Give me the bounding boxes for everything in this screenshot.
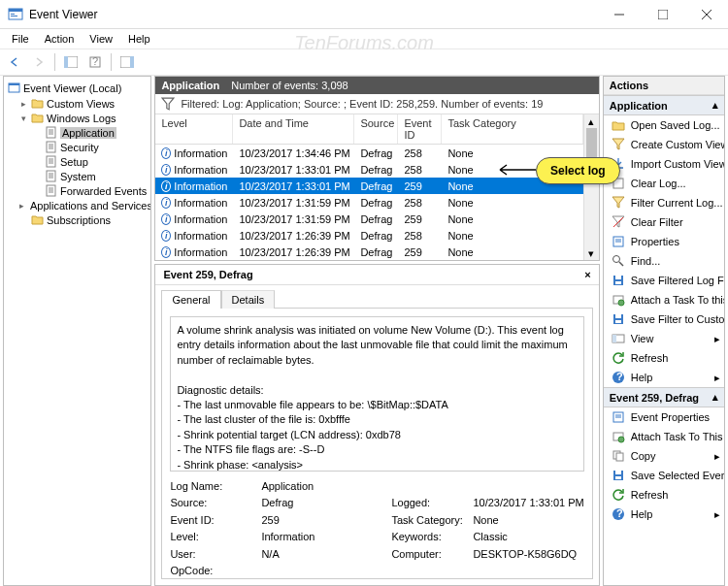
tree-item[interactable]: ▾Windows Logs: [17, 111, 150, 125]
event-count: Number of events: 3,098: [231, 80, 347, 91]
copy-icon: [612, 449, 625, 463]
tab-general[interactable]: General: [161, 290, 220, 309]
menu-help[interactable]: Help: [120, 31, 158, 47]
expand-icon[interactable]: [19, 215, 28, 224]
funnel-icon: [612, 196, 625, 210]
back-button[interactable]: [4, 51, 25, 73]
svg-rect-52: [612, 335, 616, 342]
action-item[interactable]: ?Help▸: [604, 368, 724, 387]
info-icon: i: [161, 230, 171, 242]
table-row[interactable]: iInformation10/23/2017 1:26:39 PMDefrag2…: [155, 244, 582, 260]
refresh-button[interactable]: ?: [84, 51, 106, 73]
message-box[interactable]: A volume shrink analysis was initiated o…: [170, 316, 583, 472]
help-button[interactable]: [116, 51, 138, 73]
collapse-icon[interactable]: ▾: [19, 114, 28, 122]
table-row[interactable]: iInformation10/23/2017 1:34:46 PMDefrag2…: [155, 145, 582, 161]
action-item[interactable]: Refresh: [604, 348, 724, 368]
action-item[interactable]: Attach a Task To this Log...: [604, 290, 724, 309]
tree-item[interactable]: Setup: [31, 154, 150, 169]
actions-panel: Actions Application▴ Open Saved Log...Cr…: [603, 76, 725, 586]
svg-rect-2: [11, 14, 15, 15]
window-title: Event Viewer: [29, 8, 597, 21]
svg-rect-64: [615, 476, 621, 479]
filter-row: Filtered: Log: Application; Source: ; Ev…: [155, 94, 598, 114]
tab-content: A volume shrink analysis was initiated o…: [161, 308, 592, 579]
action-item[interactable]: View▸: [604, 329, 724, 348]
tree-panel: Event Viewer (Local) ▸Custom Views▾Windo…: [3, 76, 151, 586]
action-item[interactable]: Event Properties: [604, 407, 724, 427]
action-item[interactable]: Save Filtered Log File As...: [604, 271, 724, 290]
event-detail-panel: Event 259, Defrag × General Details A vo…: [154, 264, 599, 586]
find-icon: [612, 254, 625, 268]
action-item[interactable]: Clear Filter: [604, 212, 724, 232]
props-icon: [612, 235, 625, 248]
action-item[interactable]: Save Selected Events...: [604, 466, 724, 485]
chevron-right-icon: ▸: [714, 450, 720, 463]
event-grid[interactable]: Level Date and Time Source Event ID Task…: [155, 114, 582, 260]
tree-root[interactable]: Event Viewer (Local): [4, 80, 150, 96]
close-button[interactable]: [684, 0, 728, 29]
chevron-right-icon: ▸: [714, 372, 720, 384]
table-row[interactable]: iInformation10/23/2017 1:33:01 PMDefrag2…: [155, 178, 582, 194]
grid-header[interactable]: Level Date and Time Source Event ID Task…: [155, 114, 582, 145]
refresh-icon: [612, 488, 625, 502]
menu-view[interactable]: View: [82, 31, 120, 47]
svg-rect-13: [130, 56, 134, 68]
tree-item[interactable]: Application: [31, 125, 150, 140]
svg-rect-61: [616, 453, 623, 461]
expand-icon[interactable]: ▸: [19, 201, 24, 210]
save-icon: [612, 274, 625, 287]
info-icon: i: [161, 213, 171, 225]
svg-text:?: ?: [616, 507, 623, 519]
action-item[interactable]: Save Filter to Custom Vie...: [604, 309, 724, 329]
collapse-icon: ▴: [712, 99, 718, 112]
action-item[interactable]: Attach Task To This Event...: [604, 427, 724, 446]
clearf-icon: [612, 215, 625, 229]
table-row[interactable]: iInformation10/23/2017 1:31:59 PMDefrag2…: [155, 211, 582, 227]
actions-section-event[interactable]: Event 259, Defrag▴: [604, 387, 724, 407]
vscrollbar[interactable]: ▴ ▾: [583, 114, 599, 260]
info-icon: i: [161, 197, 171, 209]
svg-rect-5: [658, 10, 668, 19]
action-item[interactable]: Clear Log...: [604, 174, 724, 193]
action-item[interactable]: Copy▸: [604, 446, 724, 466]
svg-rect-49: [615, 314, 621, 318]
action-item[interactable]: Refresh: [604, 485, 724, 505]
svg-rect-9: [64, 56, 68, 68]
action-item[interactable]: Filter Current Log...: [604, 193, 724, 212]
action-item[interactable]: Find...: [604, 251, 724, 271]
table-row[interactable]: iInformation10/23/2017 1:26:39 PMDefrag2…: [155, 227, 582, 244]
tree-item[interactable]: Subscriptions: [17, 212, 150, 227]
menu-file[interactable]: File: [4, 31, 37, 47]
actions-section-app[interactable]: Application▴: [604, 95, 724, 115]
action-item[interactable]: ?Help▸: [604, 505, 724, 524]
table-row[interactable]: iInformation10/23/2017 1:31:59 PMDefrag2…: [155, 194, 582, 211]
svg-text:?: ?: [92, 56, 98, 67]
tree-item[interactable]: Security: [31, 140, 150, 154]
log-icon: [8, 81, 20, 94]
minimize-button[interactable]: [597, 0, 641, 29]
action-item[interactable]: Create Custom View...: [604, 135, 724, 154]
tab-details[interactable]: Details: [221, 290, 276, 309]
expand-icon[interactable]: ▸: [19, 99, 28, 108]
show-tree-button[interactable]: [60, 51, 82, 73]
close-detail-button[interactable]: ×: [584, 269, 590, 280]
forward-button[interactable]: [28, 51, 50, 73]
action-item[interactable]: Import Custom View...: [604, 154, 724, 174]
detail-tabs: General Details: [155, 285, 598, 308]
folder-icon: [31, 97, 44, 110]
action-item[interactable]: Open Saved Log...: [604, 115, 724, 135]
tree-item[interactable]: Forwarded Events: [31, 183, 150, 198]
props-icon: [612, 410, 625, 424]
annotation-callout: Select log: [536, 157, 620, 184]
detail-title: Event 259, Defrag: [163, 269, 252, 280]
help-icon: ?: [612, 507, 625, 521]
task-icon: [612, 430, 625, 443]
list-header: Application Number of events: 3,098: [155, 77, 598, 94]
menu-action[interactable]: Action: [37, 31, 83, 47]
tree-item[interactable]: ▸Applications and Services Logs: [17, 198, 150, 212]
maximize-button[interactable]: [641, 0, 684, 29]
tree-item[interactable]: ▸Custom Views: [17, 96, 150, 111]
tree-item[interactable]: System: [31, 169, 150, 183]
action-item[interactable]: Properties: [604, 232, 724, 251]
